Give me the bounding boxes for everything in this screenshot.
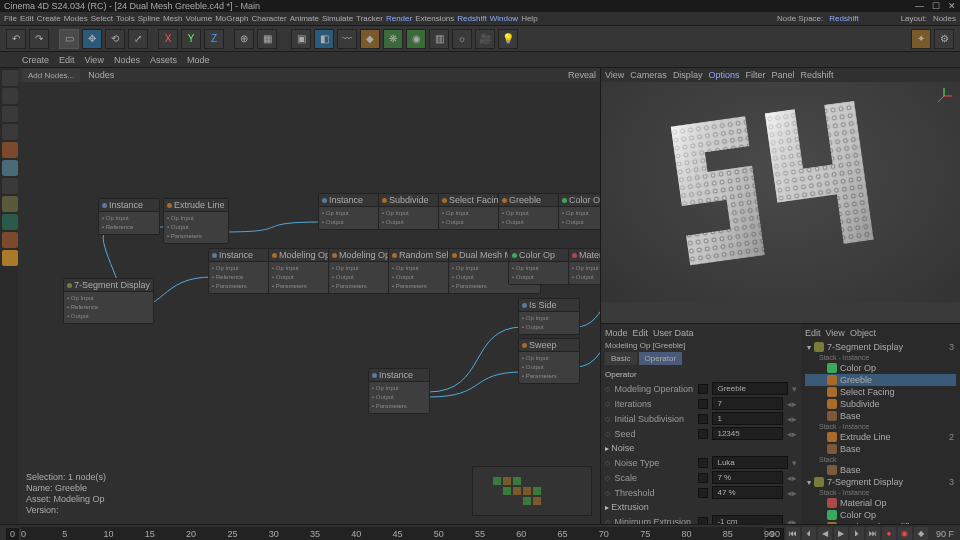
ruler-icon[interactable]: ▦ [257,29,277,49]
menu-tools[interactable]: Tools [116,14,135,23]
subbar-nodes[interactable]: Nodes [114,55,140,65]
goto-start-button[interactable]: ⏮ [786,527,800,541]
vp-menu-display[interactable]: Display [673,70,703,80]
tree-greeble[interactable]: Greeble [805,374,956,386]
node-modeling-op[interactable]: Modeling Op• Op Input• Output• Parameter… [328,248,394,294]
axis-x[interactable]: X [158,29,178,49]
minimap[interactable] [472,466,592,516]
menu-select[interactable]: Select [91,14,113,23]
play-button[interactable]: ▶ [834,527,848,541]
node-is-side[interactable]: Is Side• Op Input• Output [518,298,580,335]
menu-volume[interactable]: Volume [185,14,212,23]
tool-2[interactable] [2,160,18,176]
tree-color-op[interactable]: Color Op [805,509,956,521]
nodespace-value[interactable]: Redshift [829,14,858,23]
spline-icon[interactable]: 〰 [337,29,357,49]
play-back-button[interactable]: ◀ [818,527,832,541]
node-editor[interactable]: Add Nodes... Nodes Reveal [18,68,600,524]
undo-button[interactable]: ↶ [6,29,26,49]
rotate-tool[interactable]: ⟲ [105,29,125,49]
node-subdivide[interactable]: Subdivide• Op Input• Output [378,193,440,230]
subbar-edit[interactable]: Edit [59,55,75,65]
noise-section[interactable]: ▸ Noise [605,441,797,455]
attr-menu-edit[interactable]: Edit [633,328,649,338]
menu-modes[interactable]: Modes [64,14,88,23]
generator-icon[interactable]: ◆ [360,29,380,49]
coord-icon[interactable]: ⊕ [234,29,254,49]
field-icon[interactable]: ◉ [406,29,426,49]
menu-tracker[interactable]: Tracker [356,14,383,23]
select-tool[interactable]: ▭ [59,29,79,49]
extrusion-section[interactable]: ▸ Extrusion [605,500,797,514]
layout-value[interactable]: Nodes [933,14,956,23]
menu-help[interactable]: Help [521,14,537,23]
timeline-ruler[interactable]: 051015202530354045505560657075808590 [21,527,764,541]
node-instance[interactable]: Instance• Op Input• Output• Parameters [368,368,430,414]
axis-z[interactable]: Z [204,29,224,49]
tab-operator[interactable]: Operator [639,352,683,365]
redo-button[interactable]: ↷ [29,29,49,49]
axis-gizmo-icon[interactable] [934,86,954,106]
subbar-assets[interactable]: Assets [150,55,177,65]
node-extrude-line[interactable]: Extrude Line• Op Input• Output• Paramete… [163,198,229,244]
record-button[interactable]: ● [882,527,896,541]
deformer-icon[interactable]: ▥ [429,29,449,49]
close-icon[interactable]: ✕ [948,1,956,11]
menu-animate[interactable]: Animate [290,14,319,23]
subbar-create[interactable]: Create [22,55,49,65]
obj-menu-view[interactable]: View [826,328,845,338]
mograph-icon[interactable]: ❋ [383,29,403,49]
cube-icon[interactable]: ◧ [314,29,334,49]
menu-redshift[interactable]: Redshift [457,14,486,23]
point-mode[interactable] [2,88,18,104]
maximize-icon[interactable]: ☐ [932,1,940,11]
axis-y[interactable]: Y [181,29,201,49]
menu-edit[interactable]: Edit [20,14,34,23]
next-frame-button[interactable]: ⏵ [850,527,864,541]
tree-7-segment-display[interactable]: ▾ 7-Segment Display3 [805,341,956,353]
vp-menu-redshift[interactable]: Redshift [800,70,833,80]
menu-render[interactable]: Render [386,14,412,23]
model-mode[interactable] [2,70,18,86]
menu-extensions[interactable]: Extensions [415,14,454,23]
obj-menu-edit[interactable]: Edit [805,328,821,338]
scale-tool[interactable]: ⤢ [128,29,148,49]
node-color-op[interactable]: Color Op• Op Input• Output [508,248,570,285]
tool-5[interactable] [2,214,18,230]
tree-subdivide[interactable]: Subdivide [805,398,956,410]
attr-menu-user-data[interactable]: User Data [653,328,694,338]
tree-base[interactable]: Base [805,464,956,476]
edge-mode[interactable] [2,106,18,122]
tree-base[interactable]: Base [805,443,956,455]
tree-material-op[interactable]: Material Op [805,497,956,509]
node-color-op[interactable]: Color Op• Op Input• Output [558,193,600,230]
tool-3[interactable] [2,178,18,194]
tab-basic[interactable]: Basic [605,352,637,365]
vp-menu-view[interactable]: View [605,70,624,80]
viewport[interactable]: ViewCamerasDisplayOptionsFilterPanelReds… [601,68,960,323]
prev-frame-button[interactable]: ⏴ [802,527,816,541]
menu-mesh[interactable]: Mesh [163,14,183,23]
goto-end-button[interactable]: ⏭ [866,527,880,541]
tree-dual-mesh-modifier[interactable]: Dual Mesh Modifier [805,521,956,524]
menu-spline[interactable]: Spline [138,14,160,23]
node-instance[interactable]: Instance• Op Input• Reference [98,198,160,235]
key-button[interactable]: ◆ [914,527,928,541]
attr-menu-mode[interactable]: Mode [605,328,628,338]
subbar-mode[interactable]: Mode [187,55,210,65]
tree-color-op[interactable]: Color Op [805,362,956,374]
vp-menu-cameras[interactable]: Cameras [630,70,667,80]
frame-start[interactable]: 0 [6,528,19,540]
light-icon[interactable]: 💡 [498,29,518,49]
node-greeble[interactable]: Greeble• Op Input• Output [498,193,560,230]
tree-select-facing[interactable]: Select Facing [805,386,956,398]
node-material-op[interactable]: Material Op• Op Input• Output [568,248,600,285]
obj-menu-object[interactable]: Object [850,328,876,338]
minimize-icon[interactable]: — [915,1,924,11]
reveal-button[interactable]: Reveal [568,70,596,80]
tree-extrude-line[interactable]: Extrude Line2 [805,431,956,443]
settings-icon[interactable]: ⚙ [934,29,954,49]
move-tool[interactable]: ✥ [82,29,102,49]
tree-base[interactable]: Base [805,410,956,422]
node-7-segment-display[interactable]: 7-Segment Display• Op Input• Reference• … [63,278,154,324]
